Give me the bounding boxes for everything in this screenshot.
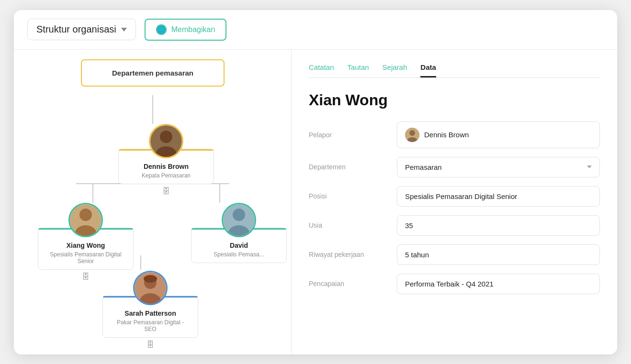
david-name: David xyxy=(199,242,279,249)
org-tree: Departemen pemasaran xyxy=(14,50,291,354)
dept-box: Departemen pemasaran xyxy=(81,59,225,87)
avatar-xiang xyxy=(68,203,103,237)
pelapor-name: Dennis Brown xyxy=(424,131,469,139)
sarah-role: Pakar Pemasaran Digital - SEO xyxy=(111,319,190,332)
share-label: Membagikan xyxy=(171,25,215,34)
riwayat-value: 5 tahun xyxy=(405,251,429,259)
david-role: Spesialis Pemasa... xyxy=(199,251,279,258)
tab-catatan[interactable]: Catatan xyxy=(309,63,334,77)
person-node-dennis[interactable]: Dennis Brown Kepala Pemasaran 🗄 xyxy=(118,124,214,196)
value-departemen[interactable]: Pemasaran xyxy=(397,157,600,177)
departemen-value: Pemasaran xyxy=(405,163,442,171)
content-area: Departemen pemasaran xyxy=(14,50,617,354)
person-node-xiang[interactable]: Xiang Wong Spesialis Pemasaran Digital S… xyxy=(38,203,134,281)
label-pencapaian: Pencapaian xyxy=(309,280,385,287)
dept-node[interactable]: Departemen pemasaran xyxy=(81,59,225,87)
title-wrapper[interactable]: Struktur organisasi xyxy=(27,19,136,40)
field-row-pelapor: Pelapor Dennis Brown xyxy=(309,121,600,148)
detail-fields: Pelapor Dennis Brown xyxy=(309,121,600,294)
svg-point-20 xyxy=(409,130,415,136)
field-row-riwayat: Riwayat pekerjaan 5 tahun xyxy=(309,244,600,265)
usia-value: 35 xyxy=(405,221,413,230)
field-row-usia: Usia 35 xyxy=(309,215,600,236)
avatar-sarah xyxy=(133,271,168,305)
label-posisi: Posisi xyxy=(309,192,385,200)
dennis-role: Kepala Pemasaran xyxy=(126,172,206,179)
dennis-name: Dennis Brown xyxy=(126,163,206,170)
svg-point-18 xyxy=(144,275,157,283)
departemen-dropdown-icon xyxy=(587,165,592,168)
value-posisi[interactable]: Spesialis Pemasaran Digital Senior xyxy=(397,186,600,207)
app-title: Struktur organisasi xyxy=(36,24,116,35)
detail-panel: Catatan Tautan Sejarah Data Xian Wong Pe… xyxy=(292,50,617,354)
avatar-david xyxy=(222,203,256,237)
xiang-name: Xiang Wong xyxy=(46,242,125,249)
label-pelapor: Pelapor xyxy=(309,131,385,139)
sarah-name: Sarah Patterson xyxy=(111,309,190,317)
tab-data[interactable]: Data xyxy=(420,63,436,77)
field-row-posisi: Posisi Spesialis Pemasaran Digital Senio… xyxy=(309,186,600,207)
tab-tautan[interactable]: Tautan xyxy=(348,63,369,77)
xiang-db-icon: 🗄 xyxy=(82,273,90,281)
reporter-avatar xyxy=(405,128,419,142)
dept-name: Departemen pemasaran xyxy=(112,69,193,77)
svg-point-10 xyxy=(79,209,92,221)
value-riwayat[interactable]: 5 tahun xyxy=(397,244,600,265)
main-card: Struktur organisasi Membagikan xyxy=(14,10,617,354)
detail-tabs: Catatan Tautan Sejarah Data xyxy=(309,63,600,78)
value-pelapor[interactable]: Dennis Brown xyxy=(397,121,600,148)
detail-person-name: Xian Wong xyxy=(309,91,600,109)
field-row-pencapaian: Pencapaian Performa Terbaik - Q4 2021 xyxy=(309,274,600,294)
toolbar: Struktur organisasi Membagikan xyxy=(14,10,617,50)
share-button[interactable]: Membagikan xyxy=(145,19,227,41)
person-node-david[interactable]: David Spesialis Pemasa... xyxy=(191,203,287,263)
org-panel: Departemen pemasaran xyxy=(14,50,292,354)
value-pencapaian[interactable]: Performa Terbaik - Q4 2021 xyxy=(397,274,600,294)
posisi-value: Spesialis Pemasaran Digital Senior xyxy=(405,192,517,200)
label-riwayat: Riwayat pekerjaan xyxy=(309,251,385,258)
sarah-db-icon: 🗄 xyxy=(146,341,154,349)
pencapaian-value: Performa Terbaik - Q4 2021 xyxy=(405,280,494,288)
value-usia[interactable]: 35 xyxy=(397,215,600,236)
field-row-departemen: Departemen Pemasaran xyxy=(309,157,600,177)
svg-point-13 xyxy=(233,209,245,221)
person-node-sarah[interactable]: Sarah Patterson Pakar Pemasaran Digital … xyxy=(102,271,198,349)
xiang-role: Spesialis Pemasaran Digital Senior xyxy=(46,251,125,265)
title-chevron-icon xyxy=(121,28,127,32)
avatar-dennis xyxy=(149,124,183,158)
dennis-db-icon: 🗄 xyxy=(162,187,170,196)
svg-point-7 xyxy=(160,131,172,143)
tab-sejarah[interactable]: Sejarah xyxy=(383,63,407,77)
globe-icon xyxy=(156,24,167,35)
label-departemen: Departemen xyxy=(309,163,385,171)
label-usia: Usia xyxy=(309,221,385,229)
